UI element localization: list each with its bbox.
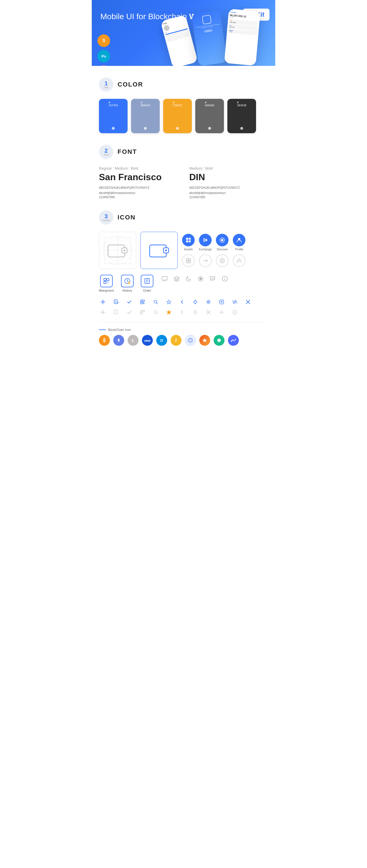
eth-icon	[113, 335, 124, 346]
crypto-icons-row: ₿ Ł D Z	[99, 335, 268, 346]
plus-icon-blue	[99, 298, 107, 306]
star-icon	[165, 298, 173, 306]
svg-point-18	[221, 260, 223, 261]
phone-mid: Character may be manifested in the great…	[192, 10, 227, 66]
wallet-filled-icon	[149, 243, 169, 258]
svg-point-57	[207, 301, 209, 303]
settings-icon	[204, 298, 213, 306]
assets-circle	[182, 234, 195, 246]
discover-icon-outline	[216, 254, 228, 267]
din-styles: Medium ' Bold	[189, 166, 268, 170]
circle-icon	[197, 275, 205, 283]
app-icons-row-outline	[182, 254, 246, 267]
svg-rect-15	[186, 261, 188, 263]
svg-rect-63	[114, 310, 117, 314]
waves-icon	[142, 335, 153, 346]
moon-icon	[185, 275, 193, 283]
phone-left: Profile All	[161, 14, 198, 66]
svg-rect-20	[104, 278, 106, 281]
font-section: 2 TWO FONT Regular ' Medium ' Bold San F…	[99, 145, 268, 199]
svg-point-34	[211, 278, 212, 279]
svg-rect-16	[189, 261, 191, 263]
ps-badge: Ps	[97, 50, 110, 62]
upload-box-icon	[218, 298, 226, 306]
svg-rect-23	[107, 281, 109, 284]
svg-point-36	[213, 278, 214, 279]
info-icon-outline	[231, 308, 239, 316]
swatch-dark: #303030	[227, 99, 256, 133]
assets-label: Assets	[184, 248, 193, 251]
sf-lowercase: abcdefghijklmnopqrstuvwxyz	[99, 190, 178, 196]
grid-icon	[185, 335, 196, 346]
search-icon	[152, 298, 160, 306]
phones-mockup: Profile All Character may be manifested …	[161, 9, 275, 66]
svg-point-11	[221, 239, 223, 241]
discover-label: Discover	[217, 248, 228, 251]
profile-icon-filled: Profile	[233, 234, 246, 251]
color-section: 1 ONE COLOR #3574FA #8DA0C8 #F5A623 #666…	[99, 78, 268, 133]
profile-icon-outline	[233, 254, 246, 267]
phone-right: myWallet + $6,297,502.12 12-298 BTC 738-…	[224, 9, 260, 66]
ltc-icon: Ł	[128, 335, 139, 346]
doc-add-icon	[112, 298, 120, 306]
screens-badge: 60+Screens	[97, 65, 110, 66]
svg-marker-79	[189, 339, 192, 342]
main-content: 1 ONE COLOR #3574FA #8DA0C8 #F5A623 #666…	[92, 66, 275, 366]
svg-rect-42	[114, 300, 117, 304]
svg-rect-53	[143, 303, 144, 304]
font-din: Medium ' Bold DIN ABCDEFGHIJKLMNOPQRSTUV…	[189, 166, 268, 199]
font-grid: Regular ' Medium ' Bold San Francisco AB…	[99, 166, 268, 199]
svg-point-72	[221, 311, 223, 313]
svg-rect-21	[107, 278, 109, 281]
profile-label: Profile	[235, 248, 243, 251]
check-icon	[125, 298, 133, 306]
svg-rect-51	[143, 302, 144, 303]
app-icons-row-filled: Assets Exchange	[182, 234, 246, 251]
icon-title: ICON	[117, 214, 136, 221]
din-uppercase: ABCDEFGHIJKLMNOPQRSTUVWXYZ	[189, 185, 268, 190]
sf-styles: Regular ' Medium ' Bold	[99, 166, 178, 170]
rep-icon	[199, 335, 210, 346]
din-numbers: 1234567890	[189, 196, 268, 199]
discover-circle-outline	[216, 254, 228, 267]
svg-marker-80	[202, 338, 207, 342]
blockchain-label-row: BlockChain Icon	[99, 328, 268, 332]
check-icon-outline	[125, 308, 133, 316]
app-icons-filled: Assets Exchange	[182, 234, 246, 267]
svg-point-32	[200, 278, 202, 280]
management-icon-img	[100, 275, 113, 287]
search-icon-outline	[152, 308, 160, 316]
exchange-label: Exchange	[199, 248, 211, 251]
wallet-filled-showcase	[140, 232, 178, 269]
exchange-circle	[199, 234, 211, 246]
swatch-dot	[112, 127, 115, 130]
band-icon	[228, 335, 239, 346]
close-icon	[244, 298, 252, 306]
svg-rect-52	[144, 303, 144, 304]
svg-rect-8	[186, 240, 188, 242]
svg-point-74	[234, 311, 235, 312]
discover-circle	[216, 234, 228, 246]
history-label: History	[122, 289, 132, 292]
sf-uppercase: ABCDEFGHIJKLMNOPQRSTUVWXYZ	[99, 185, 178, 190]
wallet-outline-icon	[108, 243, 128, 258]
svg-marker-69	[167, 310, 171, 314]
assets-icon-filled: Assets	[182, 234, 195, 251]
utility-icons-row-blue	[99, 298, 268, 306]
svg-rect-14	[189, 258, 191, 260]
sketch-badge: S	[97, 34, 110, 47]
zec-icon: Z	[171, 335, 181, 346]
din-name: DIN	[189, 172, 268, 183]
switch-icon	[231, 298, 239, 306]
swatch-dot	[208, 127, 211, 130]
exchange-icon-outline	[199, 254, 211, 267]
order-icon-img	[141, 275, 153, 287]
svg-marker-81	[217, 338, 221, 342]
plus-icon-outline	[99, 308, 107, 316]
svg-rect-49	[143, 300, 144, 302]
history-icon: History	[121, 275, 134, 292]
svg-rect-48	[140, 300, 142, 302]
layers-icon	[173, 275, 181, 283]
svg-rect-22	[104, 281, 106, 284]
btc-icon: ₿	[99, 335, 110, 346]
